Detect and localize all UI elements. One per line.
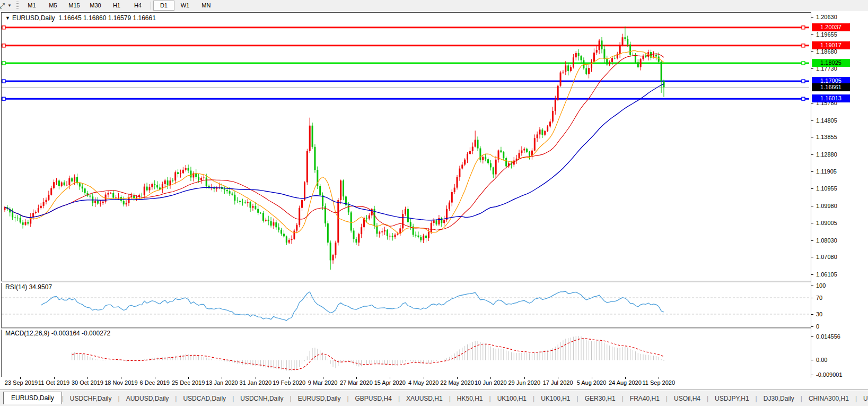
- chart-tab-gbpusd-h4[interactable]: GBPUSD,H4: [349, 393, 398, 404]
- chart-tab-usoil-h1[interactable]: USOil,H1: [857, 393, 868, 404]
- chart-tab-hk50-h1[interactable]: HK50,H1: [451, 393, 489, 404]
- price-tick: [811, 103, 813, 103]
- horizontal-line[interactable]: [2, 97, 809, 100]
- ohlc-open: 1.16645: [58, 14, 81, 22]
- chart-tab-uk100-h1[interactable]: UK100,H1: [491, 393, 533, 404]
- chart-tab-dj30-daily[interactable]: DJ30,Daily: [757, 393, 801, 404]
- price-tick: [811, 257, 813, 257]
- line-handle[interactable]: [802, 44, 805, 47]
- horizontal-line[interactable]: [2, 80, 809, 83]
- chart-window: ▼EURUSD,Daily 1.16645 1.16860 1.16579 1.…: [0, 11, 868, 390]
- date-tick: [659, 377, 659, 379]
- rsi-line: [41, 291, 664, 321]
- horizontal-line[interactable]: [2, 62, 809, 65]
- macd-histogram-layer: [72, 336, 664, 371]
- ohlc-close: 1.16661: [133, 14, 155, 22]
- line-handle[interactable]: [802, 80, 805, 83]
- date-tick-label: 6 Dec 2019: [140, 379, 170, 386]
- line-handle[interactable]: [2, 97, 5, 100]
- macd-tick: [811, 375, 813, 375]
- line-handle[interactable]: [2, 44, 5, 47]
- date-tick-label: 19 Feb 2020: [273, 379, 305, 386]
- chart-tab-china300-h1[interactable]: CHINA300,H1: [802, 393, 855, 404]
- date-tick: [323, 377, 323, 379]
- date-tick-label: 11 Oct 2019: [38, 379, 69, 386]
- chart-tab-ger30-h1[interactable]: GER30,H1: [578, 393, 622, 404]
- price-tick: [811, 240, 813, 241]
- macd-name: MACD(12,26,9): [5, 330, 49, 337]
- chart-symbol: EURUSD,Daily: [12, 14, 55, 22]
- chart-tab-usoil-h4[interactable]: USOil,H4: [668, 393, 707, 404]
- chart-tab-uk100-h1[interactable]: UK100,H1: [534, 393, 576, 404]
- rsi-tick: [811, 286, 813, 286]
- date-tick-label: 30 Oct 2019: [72, 379, 103, 386]
- line-handle[interactable]: [802, 26, 805, 29]
- price-tick: [811, 17, 813, 18]
- date-tick: [424, 377, 424, 379]
- rsi-tick-label: 100: [816, 282, 826, 289]
- timeframe-button-m15[interactable]: M15: [64, 1, 85, 11]
- price-tick: [811, 188, 813, 189]
- timeframe-button-h1[interactable]: H1: [106, 1, 127, 11]
- macd-main-value: -0.003164: [51, 330, 80, 337]
- price-tick-label: 1.09005: [816, 220, 837, 226]
- timeframe-button-m5[interactable]: M5: [42, 1, 64, 11]
- ohlc-high: 1.16860: [83, 14, 106, 22]
- chart-title-caret-icon[interactable]: ▼: [5, 15, 10, 21]
- crosshair-tool-icon[interactable]: ⤢: [0, 2, 6, 10]
- chart-tab-eurusd-daily[interactable]: EURUSD,Daily: [3, 392, 62, 404]
- ma-10-line: [5, 51, 664, 234]
- main-chart-canvas[interactable]: [2, 13, 810, 280]
- macd-signal-line: [72, 339, 664, 370]
- date-tick-label: 15 Apr 2020: [374, 379, 406, 386]
- price-tick-label: 1.09980: [816, 203, 837, 209]
- timeframe-button-d1[interactable]: D1: [153, 1, 174, 11]
- toolbar-separator: [151, 2, 151, 10]
- timeframe-button-m1[interactable]: M1: [21, 1, 42, 11]
- date-tick: [289, 377, 290, 379]
- date-tick: [625, 377, 626, 379]
- chart-tab-eurusd-daily[interactable]: EURUSD,Daily: [292, 393, 347, 404]
- time-axis[interactable]: 23 Sep 201911 Oct 201930 Oct 201918 Nov …: [1, 377, 811, 390]
- chevron-down-icon[interactable]: ▼: [7, 3, 12, 8]
- rsi-name: RSI(14): [5, 283, 27, 291]
- horizontal-line[interactable]: [2, 44, 809, 47]
- chart-tab-fra40-h1[interactable]: FRA40,H1: [624, 393, 666, 404]
- date-tick: [54, 377, 55, 379]
- rsi-tick-label: 0: [816, 323, 819, 330]
- line-handle[interactable]: [2, 26, 5, 29]
- macd-panel-canvas: [2, 329, 810, 377]
- date-tick-label: 11 Sep 2020: [642, 379, 675, 386]
- price-tick: [811, 274, 813, 275]
- chart-tab-usdchf-daily[interactable]: USDCHF,Daily: [64, 393, 118, 404]
- date-tick: [390, 377, 390, 379]
- macd-indicator-label: MACD(12,26,9) -0.003164 -0.000272: [5, 330, 110, 337]
- macd-tick-label: 0.014556: [816, 333, 840, 340]
- chart-tab-usdcad-daily[interactable]: USDCAD,Daily: [177, 393, 232, 404]
- date-tick: [222, 377, 222, 379]
- horizontal-line[interactable]: [2, 26, 809, 29]
- line-handle[interactable]: [2, 62, 5, 65]
- chart-tab-audusd-daily[interactable]: AUDUSD,Daily: [120, 393, 176, 404]
- rsi-tick-label: 30: [816, 311, 822, 317]
- toolbar-grip[interactable]: [16, 2, 19, 10]
- rsi-tick: [811, 326, 813, 327]
- chart-tab-usdcnh-daily[interactable]: USDCNH,Daily: [234, 393, 290, 404]
- chart-tab-xauusd-h1[interactable]: XAUUSD,H1: [400, 393, 449, 404]
- line-handle[interactable]: [2, 80, 5, 83]
- price-axis[interactable]: 1.206301.196551.186801.177301.157801.148…: [811, 12, 868, 377]
- timeframe-button-mn[interactable]: MN: [196, 1, 217, 11]
- date-tick-label: 13 Jan 2020: [206, 379, 238, 386]
- price-level-label: 1.20037: [812, 23, 850, 31]
- date-tick: [188, 377, 189, 379]
- line-handle[interactable]: [802, 62, 805, 65]
- timeframe-button-h4[interactable]: H4: [127, 1, 148, 11]
- date-tick-label: 29 Jun 2020: [508, 379, 540, 386]
- timeframe-button-m30[interactable]: M30: [85, 1, 106, 11]
- line-handle[interactable]: [802, 97, 805, 100]
- chart-tab-usdjpy-h1[interactable]: USDJPY,H1: [708, 393, 755, 404]
- date-tick: [20, 377, 21, 379]
- chart-title: ▼EURUSD,Daily 1.16645 1.16860 1.16579 1.…: [5, 14, 156, 22]
- date-tick-label: 4 May 2020: [408, 379, 439, 386]
- timeframe-button-w1[interactable]: W1: [174, 1, 196, 11]
